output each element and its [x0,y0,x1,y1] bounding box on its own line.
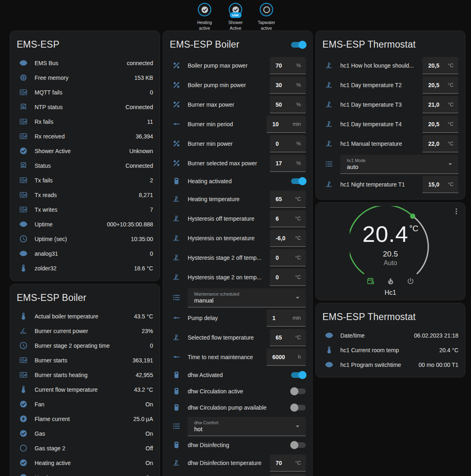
select-input[interactable]: Maintenance scheduled manual [188,288,306,307]
number-input[interactable]: 17 % [270,155,306,172]
toggle-switch[interactable] [291,178,306,184]
entity-value: 43.2 °C [134,386,153,393]
entity-row[interactable]: Burner starts 363,191 [17,353,153,368]
entity-row[interactable]: Actual boiler temperature 43.5 °C [17,309,153,324]
number-input[interactable]: 0 °C [270,269,306,286]
entity-row[interactable]: Shower Active Unknown [17,144,153,158]
water-boiler-icon [171,386,181,396]
toggle-switch[interactable] [291,442,306,448]
number-input[interactable]: 6 °C [270,210,306,227]
select-input[interactable]: dhw Comfort hot [188,417,306,436]
entity-row: Hysteresis stage 2 off temp... 0 °C [170,248,306,268]
card-header-toggle[interactable] [291,42,306,48]
entity-row[interactable]: Rx fails 11 [17,114,153,129]
toggle-switch[interactable] [291,388,306,394]
entity-row[interactable]: Uptime (sec) 10:35:00 [17,232,153,246]
number-input[interactable]: 40 °C [270,474,306,476]
number-input[interactable]: 1 min [267,309,306,327]
number-input[interactable]: 15,0 °C [423,176,458,193]
entity-row[interactable]: NTP status Connected [17,100,153,114]
number-input[interactable]: 20,5 °C [423,116,458,133]
number-input[interactable]: 6000 h [267,349,306,366]
entity-row[interactable]: Burner current power 23% [17,324,153,338]
entity-row[interactable]: zolder32 18.6 °C [17,261,153,276]
entity-row[interactable]: Gas On [17,426,153,441]
number-input[interactable]: 20,5 °C [423,57,458,74]
number-input[interactable]: 20,5 °C [423,77,458,94]
hvac-mode-buttons [316,277,465,285]
entity-row[interactable]: Fan On [17,397,153,412]
entity-label: hc1 Day temperature T4 [340,121,423,127]
card-thermostat-dial[interactable]: 20.4°C 20.5 Auto Hc1 [315,202,465,300]
entity-label: Rx fails [35,118,143,125]
number-value: 15,0 [428,181,439,188]
chevron-down-icon [294,422,302,430]
entity-label: Tx fails [35,177,146,184]
entity-row[interactable]: Burner starts heating 42,955 [17,368,153,382]
entity-row[interactable]: Tx reads 8,271 [17,188,153,202]
entity-row[interactable]: Rx received 36,394 [17,129,153,144]
number-input[interactable]: 50 % [270,96,306,113]
entity-row[interactable]: Status Connected [17,158,153,173]
entity-label: hc1 Current room temp [340,347,435,353]
entity-value: 153 KB [134,75,153,81]
entity-row[interactable]: Gas stage 2 Off [17,441,153,456]
number-unit: % [296,82,301,88]
entity-row[interactable]: Tx fails 2 [17,173,153,188]
entity-row[interactable]: Free memory 153 KB [17,70,153,85]
number-input[interactable]: 0 °C [270,249,306,266]
entity-label: hc1 How hot lounge should... [340,62,423,69]
entity-row[interactable]: Heating pump On [17,470,153,476]
hvac-mode-label: Auto [316,259,465,267]
number-input[interactable]: 70 % [270,57,306,74]
entity-value: 8,271 [139,192,153,198]
select-input[interactable]: hc1 Mode auto [340,155,458,174]
entity-row[interactable]: Current flow temperature 43.2 °C [17,382,153,397]
entity-row[interactable]: EMS Bus connected [17,56,153,70]
number-input[interactable]: 30 % [270,77,306,94]
number-input[interactable]: 22,0 °C [423,135,458,152]
badge-tapwater-active[interactable]: Tapwater active [254,3,279,31]
network-check-icon [18,161,28,171]
number-input[interactable]: 0 % [270,135,306,152]
card-ems-esp: EMS-ESP EMS Bus connected Free memory 15… [10,31,160,281]
number-input[interactable]: 70 °C [270,454,306,472]
toggle-switch[interactable] [291,405,306,410]
entity-row[interactable]: Tx writes 7 [17,202,153,217]
number-input[interactable]: 10 min [267,116,306,133]
entity-row[interactable]: analog31 0 [17,246,153,261]
dots-vertical-icon[interactable] [452,207,461,216]
fire-icon[interactable] [386,277,395,285]
entity-label: hc1 Night temperature T1 [340,181,423,188]
number-value: 20,5 [428,82,439,88]
entity-row[interactable]: Burner stage 2 operating time 0 [17,338,153,353]
number-unit: °C [295,274,301,280]
entity-row[interactable]: Flame current 25.0 µA [17,412,153,426]
entity-label: analog31 [35,250,146,257]
number-input[interactable]: 65 °C [270,191,306,208]
entity-value: 23% [142,328,153,334]
thermometer-water-icon [171,272,181,282]
entity-row[interactable]: Date/time 06.02.2023 21:18 [322,328,458,343]
power-icon[interactable] [406,277,415,285]
entity-row[interactable]: hc1 Current room temp 20.4 °C [322,343,458,358]
entity-row[interactable]: Uptime 000+10:35:00.888 [17,217,153,232]
calendar-clock-icon[interactable] [366,277,375,285]
number-input[interactable]: 65 °C [270,329,306,346]
entity-row[interactable]: Heating active On [17,456,153,470]
number-unit: min [293,315,301,321]
dial-handle[interactable] [410,213,415,219]
entity-row[interactable]: hc1 Program switchtime 00 mo 00:00 T1 [322,358,458,372]
badge-bar: Heating active UNK Shower Active Tapwate… [0,0,471,31]
entity-label: Status [35,162,121,169]
toggle-switch[interactable] [291,372,306,378]
badge-shower-active[interactable]: UNK Shower Active [223,3,248,31]
entity-row[interactable]: MQTT fails 0 [17,85,153,100]
badge-heating-active[interactable]: Heating active [192,3,217,31]
slider-horizontal-icon [171,119,181,129]
entity-label: Rx received [35,133,131,140]
number-input[interactable]: 21,0 °C [423,96,458,113]
number-unit: °C [448,102,453,107]
number-value: -6,0 [276,235,285,241]
number-input[interactable]: -6,0 °C [270,230,306,247]
